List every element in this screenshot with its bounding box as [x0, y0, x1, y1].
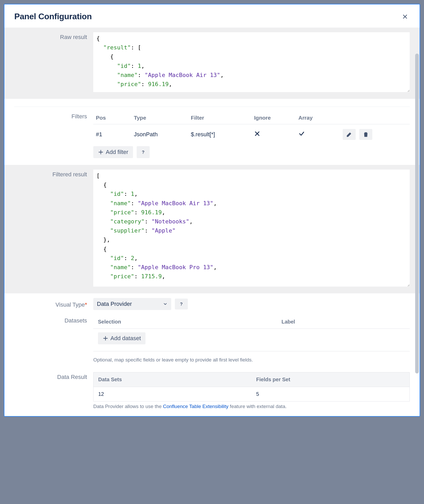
extensibility-link[interactable]: Confluence Table Extensibility [163, 404, 228, 409]
filters-table: Pos Type Filter Ignore Array #1 [93, 112, 410, 145]
plus-icon [103, 335, 108, 341]
filtered-result-section: Filtered result [ { "id": 1, "name": "Ap… [4, 165, 420, 293]
filter-type: JsonPath [131, 124, 188, 145]
visual-type-section: Visual Type* Data Provider ? Datasets [4, 293, 420, 370]
col-label: Label [277, 316, 410, 329]
filters-label: Filters [14, 112, 87, 120]
pencil-icon [346, 132, 352, 137]
value-fields-per-set: 5 [251, 387, 409, 401]
svg-text:?: ? [142, 150, 144, 154]
data-result-label: Data Result [14, 372, 87, 380]
visual-type-help-button[interactable]: ? [175, 299, 188, 309]
question-icon: ? [178, 301, 184, 307]
raw-result-code[interactable]: { "result": [ { "id": 1, "name": "Apple … [93, 32, 410, 92]
col-ignore: Ignore [251, 112, 296, 124]
modal-title: Panel Configuration [14, 12, 92, 21]
scrollbar[interactable] [415, 54, 419, 416]
plus-icon [98, 149, 104, 155]
datasets-table: Selection Label Add dataset [93, 316, 410, 348]
delete-filter-button[interactable] [359, 129, 372, 140]
modal-body: Raw result { "result": [ { "id": 1, "nam… [4, 28, 420, 416]
visual-type-label: Visual Type* [14, 300, 87, 308]
data-result-section: Data Result Data Sets Fields per Set 12 … [4, 370, 420, 416]
close-button[interactable] [400, 12, 410, 21]
modal-header: Panel Configuration [4, 4, 420, 28]
chevron-down-icon [163, 302, 168, 306]
raw-result-label: Raw result [14, 32, 87, 41]
filters-help-button[interactable]: ? [137, 146, 150, 158]
raw-result-section: Raw result { "result": [ { "id": 1, "nam… [4, 28, 420, 99]
x-icon [254, 131, 260, 137]
value-data-sets: 12 [94, 387, 251, 401]
datasets-label: Datasets [14, 316, 87, 324]
add-dataset-button[interactable]: Add dataset [98, 332, 145, 344]
check-icon [299, 131, 305, 137]
data-result-table: Data Sets Fields per Set 12 5 [93, 372, 410, 402]
data-result-footer: Data Provider allows to use the Confluen… [93, 402, 410, 409]
panel-configuration-modal: Panel Configuration Raw result { "result… [4, 4, 420, 417]
filtered-result-code[interactable]: [ { "id": 1, "name": "Apple MacBook Air … [93, 170, 410, 287]
filters-section: Filters Pos Type Filter Ignore Array [4, 99, 420, 165]
edit-filter-button[interactable] [343, 129, 356, 140]
filter-pos: #1 [93, 124, 131, 145]
svg-text:?: ? [180, 302, 183, 306]
trash-icon [363, 132, 369, 137]
col-selection: Selection [93, 316, 277, 329]
col-pos: Pos [93, 112, 131, 124]
add-filter-button[interactable]: Add filter [93, 146, 133, 158]
question-icon: ? [140, 149, 146, 155]
col-fields-per-set: Fields per Set [251, 372, 409, 387]
datasets-hint: Optional, map specific fields or leave e… [93, 355, 410, 363]
filter-value: $.result[*] [188, 124, 251, 145]
filter-row: #1 JsonPath $.result[*] [93, 124, 410, 145]
col-filter: Filter [188, 112, 251, 124]
col-array: Array [296, 112, 340, 124]
scrollbar-thumb[interactable] [415, 54, 419, 373]
close-icon [402, 14, 408, 20]
filtered-result-label: Filtered result [14, 170, 87, 178]
filter-ignore [251, 124, 296, 145]
filter-array [296, 124, 340, 145]
col-data-sets: Data Sets [94, 372, 251, 387]
visual-type-select[interactable]: Data Provider [93, 298, 171, 310]
col-type: Type [131, 112, 188, 124]
